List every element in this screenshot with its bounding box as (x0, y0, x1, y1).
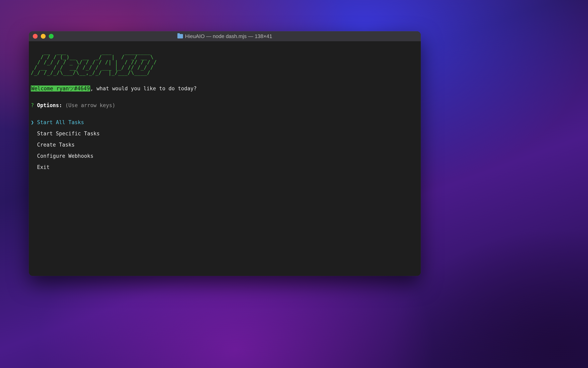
welcome-message: , what would you like to do today? (90, 85, 197, 92)
prompt-line: ? Options: (Use arrow keys) (31, 102, 419, 108)
menu[interactable]: ❯ Start All Tasks Start Specific Tasks C… (31, 114, 419, 175)
menu-item-label: Configure Webhooks (37, 153, 93, 159)
prompt-label: Options: (37, 102, 62, 108)
folder-icon (177, 34, 183, 38)
menu-item-start-all[interactable]: ❯ Start All Tasks (31, 120, 419, 125)
menu-item-configure-webhooks[interactable]: Configure Webhooks (31, 153, 419, 159)
menu-item-create-tasks[interactable]: Create Tasks (31, 142, 419, 147)
welcome-line: Welcome ryanツ#4649, what would you like … (31, 86, 419, 91)
window-title-text: HieuAIO — node dash.mjs — 138×41 (185, 33, 272, 39)
menu-item-label: Start Specific Tasks (37, 130, 100, 137)
menu-item-label: Start All Tasks (37, 119, 84, 125)
window-title: HieuAIO — node dash.mjs — 138×41 (29, 33, 421, 39)
titlebar[interactable]: HieuAIO — node dash.mjs — 138×41 (29, 31, 421, 41)
prompt-hint: (Use arrow keys) (65, 102, 115, 108)
welcome-user: Welcome ryanツ#4649 (31, 85, 90, 92)
terminal-body[interactable]: __ ___ ___ ________ / / / (_)__ __ _/ | … (29, 41, 421, 276)
close-button[interactable] (33, 34, 38, 39)
minimize-button[interactable] (41, 34, 46, 39)
maximize-button[interactable] (49, 34, 54, 39)
menu-item-label: Create Tasks (37, 142, 75, 148)
traffic-lights (33, 34, 54, 39)
ascii-logo: __ ___ ___ ________ / / / (_)__ __ _/ | … (31, 49, 419, 75)
menu-item-start-specific[interactable]: Start Specific Tasks (31, 131, 419, 136)
terminal-window: HieuAIO — node dash.mjs — 138×41 __ ___ … (29, 31, 421, 276)
menu-pointer: ❯ (31, 119, 34, 125)
prompt-question-mark: ? (31, 102, 34, 108)
menu-item-label: Exit (37, 164, 50, 170)
menu-item-exit[interactable]: Exit (31, 164, 419, 170)
